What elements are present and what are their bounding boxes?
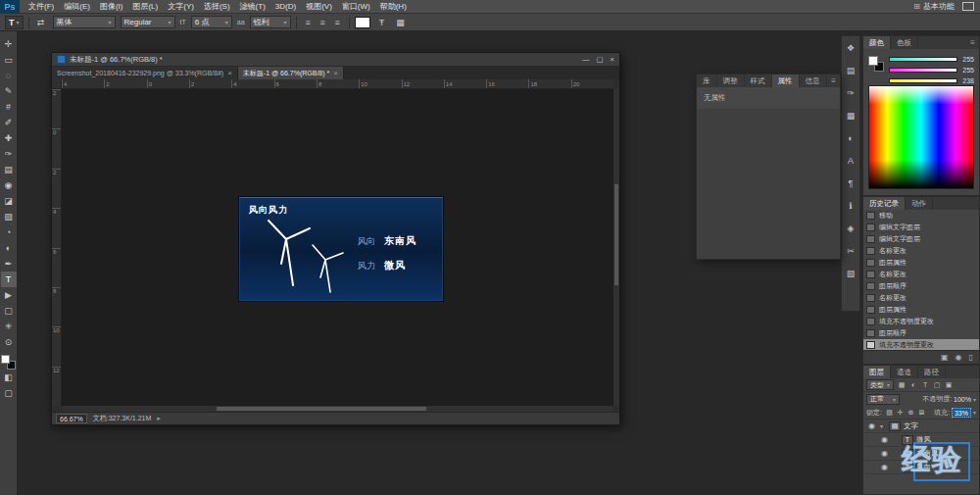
panel-tab[interactable]: 信息 xyxy=(800,74,827,87)
close-tab-icon[interactable]: × xyxy=(227,69,232,77)
close-tab-icon[interactable]: × xyxy=(333,69,338,77)
panel-tab[interactable]: 颜色 xyxy=(863,36,891,49)
marquee-tool[interactable]: ▭ xyxy=(1,52,17,68)
fill-value-field[interactable]: 33% xyxy=(952,408,971,418)
panel-tab[interactable]: 通道 xyxy=(891,366,918,378)
panel-swatches-icon[interactable]: ▦ xyxy=(844,109,858,122)
panel-tab[interactable]: 样式 xyxy=(745,74,772,87)
eraser-tool[interactable]: ◪ xyxy=(1,193,17,209)
menu-item[interactable]: 3D(D) xyxy=(270,0,301,14)
warp-text-icon[interactable]: Ŧ xyxy=(375,16,389,28)
panel-brush-icon[interactable]: ✑ xyxy=(844,86,858,99)
document-canvas[interactable]: 风向风力 风向 xyxy=(62,89,613,406)
history-state[interactable]: 编辑文字图层 xyxy=(863,222,979,233)
quick-mask-button[interactable]: ◧ xyxy=(1,370,17,385)
group-disclosure-icon[interactable]: ▾ xyxy=(880,422,886,429)
panel-menu-icon[interactable]: ≡ xyxy=(966,36,979,49)
lock-transparency-icon[interactable]: ▨ xyxy=(885,407,894,418)
layer-visibility-eye-icon[interactable]: ◉ xyxy=(879,449,890,458)
shape-tool[interactable]: ▢ xyxy=(1,303,17,319)
workspace-switcher[interactable]: ⊞ 基本功能 xyxy=(906,1,962,12)
filter-adjustment-layers-icon[interactable]: ◐ xyxy=(908,379,918,390)
filter-pixel-layers-icon[interactable]: ▦ xyxy=(897,379,906,390)
layer-row[interactable]: ◉ T 风向 xyxy=(863,461,979,474)
blend-mode-select[interactable]: 正常 ▾ xyxy=(866,394,900,405)
history-state[interactable]: 图层属性 xyxy=(863,257,979,269)
menu-item[interactable]: 视图(V) xyxy=(301,0,337,14)
font-family-select[interactable]: 黑体 ▾ xyxy=(53,16,116,28)
gradient-tool[interactable]: ▧ xyxy=(1,209,17,224)
filter-smart-objects-icon[interactable]: ▣ xyxy=(944,379,954,390)
zoom-tool[interactable]: ⊙ xyxy=(1,334,17,350)
slider-track[interactable] xyxy=(889,68,957,73)
panel-character-icon[interactable]: A xyxy=(844,154,858,167)
toggle-character-panel-icon[interactable]: ▦ xyxy=(394,16,408,28)
panel-tab[interactable]: 动作 xyxy=(906,197,933,210)
new-snapshot-icon[interactable]: ◉ xyxy=(956,353,962,362)
foreground-background-swatches[interactable] xyxy=(1,355,16,370)
panel-info-icon[interactable]: ℹ xyxy=(844,199,858,212)
pen-tool[interactable]: ✒ xyxy=(1,256,17,272)
panel-clone-source-icon[interactable]: ▤ xyxy=(844,64,858,76)
menu-item[interactable]: 文件(F) xyxy=(24,0,59,14)
screen-mode-button[interactable]: ▢ xyxy=(1,385,17,401)
zoom-level-field[interactable]: 66.67% xyxy=(56,414,87,423)
history-state[interactable]: 编辑文字图层 xyxy=(863,233,979,245)
history-state[interactable]: 名称更改 xyxy=(863,245,979,257)
foreground-color-swatch[interactable] xyxy=(1,355,10,364)
color-slider[interactable]: 255 xyxy=(889,55,974,63)
panel-tab[interactable]: 调整 xyxy=(717,74,745,87)
channel-value[interactable]: 255 xyxy=(960,67,974,74)
document-window-titlebar[interactable]: 未标题-1 @ 66.7%(RGB/8) * —▢× xyxy=(52,53,619,67)
color-slider[interactable]: 255 xyxy=(889,66,974,74)
color-slider[interactable]: 238 xyxy=(889,76,974,84)
layer-name[interactable]: 文字 xyxy=(904,421,918,431)
history-state[interactable]: 图层顺序 xyxy=(863,280,979,292)
panel-menu-icon[interactable]: ≡ xyxy=(827,74,840,87)
blur-tool[interactable]: ◔ xyxy=(1,224,17,240)
vertical-scrollbar[interactable] xyxy=(613,89,619,406)
menu-item[interactable]: 窗口(W) xyxy=(337,0,375,14)
move-tool[interactable]: ✛ xyxy=(1,36,17,52)
menu-item[interactable]: 帮助(H) xyxy=(375,0,412,14)
clone-stamp-tool[interactable]: ▤ xyxy=(1,162,17,177)
new-doc-from-state-icon[interactable]: ▣ xyxy=(941,353,949,362)
history-state[interactable]: 名称更改 xyxy=(863,292,979,304)
path-selection-tool[interactable]: ▶ xyxy=(1,287,17,303)
layer-visibility-eye-icon[interactable]: ◉ xyxy=(879,435,890,444)
panel-tab[interactable]: 历史记录 xyxy=(863,197,906,210)
panel-tab[interactable]: 库 xyxy=(697,74,717,87)
align-center-icon[interactable]: ≡ xyxy=(317,16,329,28)
anti-alias-select[interactable]: 锐利 ▾ xyxy=(250,16,291,28)
font-size-select[interactable]: 6 点 ▾ xyxy=(191,16,232,28)
history-state[interactable]: 图层属性 xyxy=(863,304,979,316)
layer-row[interactable]: ◉ T 东南风 xyxy=(863,447,979,461)
color-panel-swatches[interactable] xyxy=(868,56,884,72)
foreground-color-swatch[interactable] xyxy=(868,56,878,66)
lasso-tool[interactable]: ◌ xyxy=(1,68,17,83)
opacity-value[interactable]: 100% xyxy=(954,396,971,403)
history-state[interactable]: 移动 xyxy=(863,210,979,222)
hand-tool[interactable]: ✳ xyxy=(1,319,17,334)
text-color-swatch[interactable] xyxy=(355,17,370,28)
layer-name[interactable]: 东南风 xyxy=(916,449,939,459)
layer-visibility-eye-icon[interactable]: ◉ xyxy=(879,463,890,471)
lock-position-icon[interactable]: ⊕ xyxy=(906,407,915,418)
panel-paragraph-icon[interactable]: ¶ xyxy=(844,176,858,189)
menu-item[interactable]: 编辑(E) xyxy=(59,0,95,14)
history-state[interactable]: 图层顺序 xyxy=(863,327,979,339)
close-button[interactable]: × xyxy=(611,55,614,64)
panel-adjustments-icon[interactable]: ◐ xyxy=(844,131,858,144)
color-spectrum-picker[interactable] xyxy=(868,85,974,189)
history-brush-tool[interactable]: ◉ xyxy=(1,177,17,193)
layer-name[interactable]: 风向 xyxy=(916,463,931,472)
eyedropper-tool[interactable]: ✐ xyxy=(1,115,17,130)
history-state[interactable]: 填充不透明度更改 xyxy=(863,339,979,350)
slider-track[interactable] xyxy=(889,78,957,83)
panel-tab[interactable]: 图层 xyxy=(863,366,891,378)
crop-tool[interactable]: # xyxy=(1,99,17,115)
panel-styles-icon[interactable]: ◈ xyxy=(844,222,858,234)
dodge-tool[interactable]: ◐ xyxy=(1,240,17,256)
layer-name[interactable]: 微风 xyxy=(916,435,931,445)
align-right-icon[interactable]: ≡ xyxy=(331,16,344,28)
